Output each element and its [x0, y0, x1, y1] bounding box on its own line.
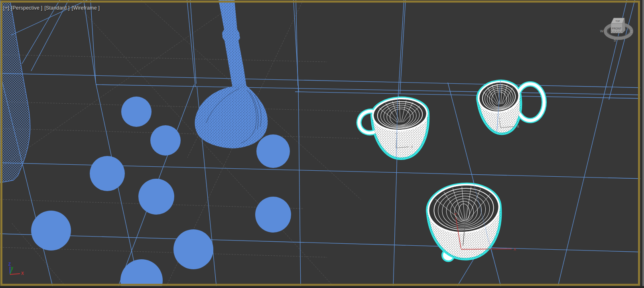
viewcube-top-label[interactable]: TOP: [615, 20, 620, 22]
viewport-menu-general[interactable]: [+]: [3, 5, 9, 11]
sphere-object[interactable]: [138, 179, 174, 215]
gizmo-y-label: Y: [498, 117, 501, 121]
axis-z-label: Z: [8, 262, 11, 266]
viewcube-compass-letter[interactable]: W: [600, 29, 604, 33]
viewport-3d-canvas[interactable]: XYXYXY WESTOPFRONTZYX: [0, 0, 644, 288]
viewport-background[interactable]: [0, 0, 644, 288]
right-edge-strip: [642, 0, 644, 288]
axis-y-label: Y: [11, 266, 14, 271]
viewcube-compass-letter[interactable]: E: [630, 30, 633, 34]
sphere-object[interactable]: [256, 134, 290, 168]
bottom-margin: [0, 286, 644, 288]
viewport-menu-shading[interactable]: [Wireframe ]: [72, 5, 100, 11]
sphere-object[interactable]: [90, 156, 125, 191]
gizmo-y-label: Y: [395, 132, 398, 136]
axis-x-label: X: [21, 271, 24, 276]
viewport-background[interactable]: [0, 0, 644, 288]
gizmo-x-label: X: [517, 124, 519, 128]
viewport-menu-pov[interactable]: [Perspective ]: [11, 5, 43, 11]
gizmo-y-label: Y: [454, 212, 457, 216]
gizmo-x-label: X: [411, 145, 413, 149]
sphere-object[interactable]: [255, 197, 291, 233]
sphere-object[interactable]: [31, 211, 71, 251]
viewport-label: [+] [Perspective ] [Standard ] [Wirefram…: [3, 5, 100, 11]
sphere-object[interactable]: [173, 229, 213, 269]
sphere-object[interactable]: [121, 97, 152, 127]
gizmo-x-label: X: [514, 247, 516, 251]
viewport-menu-standard[interactable]: [Standard ]: [44, 5, 69, 11]
sphere-object[interactable]: [150, 125, 181, 156]
viewcube-front-label[interactable]: FRONT: [612, 27, 622, 30]
viewcube-compass-letter[interactable]: S: [614, 38, 616, 42]
viewport-window: XYXYXY WESTOPFRONTZYX [+] [Perspective ]…: [0, 0, 644, 288]
